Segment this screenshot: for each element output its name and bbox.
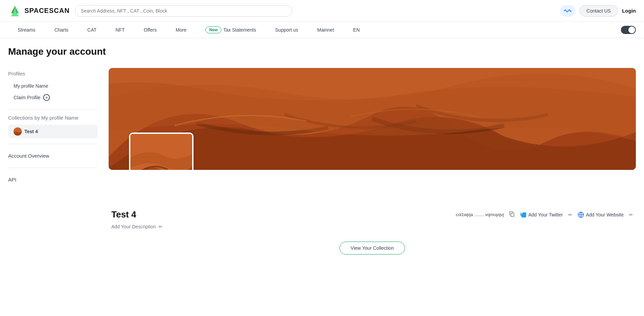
svg-point-3	[12, 10, 14, 12]
thumbnail-dunes	[130, 134, 194, 170]
nav-more[interactable]: More	[166, 22, 196, 38]
nav-charts[interactable]: Charts	[45, 22, 78, 38]
page-wrapper: SPACESCAN Contact US Login Streams Chart…	[0, 0, 644, 316]
active-collection-label: Test 4	[24, 129, 38, 134]
description-area[interactable]: Add Your Description ✏	[109, 220, 636, 233]
nav-streams[interactable]: Streams	[8, 22, 45, 38]
view-collection-btn-area: View Your Collection	[109, 233, 636, 257]
nav-lang[interactable]: EN	[344, 22, 369, 38]
collection-avatar	[14, 127, 22, 136]
new-badge: New	[205, 27, 221, 33]
nav-tax-statements[interactable]: New Tax Statements	[196, 22, 265, 38]
collection-header: Test 4 col1wjqa ........ vqmuyqvj	[109, 209, 636, 220]
header: SPACESCAN Contact US Login	[0, 0, 644, 22]
collection-meta: col1wjqa ........ vqmuyqvj Add Your	[456, 211, 633, 218]
nav-mainnet[interactable]: Mainnet	[308, 22, 344, 38]
dark-mode-toggle[interactable]	[621, 26, 636, 34]
edit-twitter-icon[interactable]: ✏	[568, 212, 572, 217]
add-website-label: Add Your Website	[586, 212, 624, 217]
sidebar-item-my-profile[interactable]: My profile Name	[8, 81, 98, 91]
add-website-link[interactable]: Add Your Website	[578, 212, 624, 218]
waves-icon	[564, 8, 571, 14]
collection-info: Test 4 col1wjqa ........ vqmuyqvj	[109, 204, 636, 263]
banner-container	[109, 68, 636, 170]
logo-icon	[8, 4, 22, 18]
sidebar-item-api[interactable]: API	[8, 173, 98, 186]
search-bar	[75, 5, 292, 17]
nav: Streams Charts CAT NFT Offers More New T…	[0, 22, 644, 38]
sidebar-item-claim-profile[interactable]: Claim Profile +	[8, 91, 98, 104]
header-right: Contact US Login	[560, 5, 636, 17]
sidebar: Profiles My profile Name Claim Profile +…	[8, 68, 103, 316]
main-container: Profiles My profile Name Claim Profile +…	[0, 57, 644, 316]
waves-button[interactable]	[560, 5, 575, 17]
toggle-knob	[628, 27, 635, 33]
collections-section-title: Collections by My profile Name	[8, 115, 98, 121]
add-description-label: Add Your Description	[111, 224, 156, 229]
view-collection-button[interactable]: View Your Collection	[339, 242, 405, 254]
collection-name: Test 4	[111, 209, 136, 220]
sidebar-item-account-overview[interactable]: Account Overview	[8, 150, 98, 162]
nav-cat[interactable]: CAT	[78, 22, 106, 38]
login-button[interactable]: Login	[622, 8, 636, 14]
sidebar-item-test4[interactable]: Test 4	[8, 125, 98, 138]
page-title: Manage your account	[8, 46, 636, 57]
search-input[interactable]	[75, 5, 292, 17]
edit-website-icon[interactable]: ✏	[629, 212, 633, 217]
my-profile-label: My profile Name	[14, 83, 48, 89]
nav-support[interactable]: Support us	[266, 22, 308, 38]
sidebar-divider-2	[8, 144, 98, 144]
add-profile-icon: +	[43, 94, 50, 101]
copy-address-icon[interactable]	[509, 211, 515, 218]
profiles-section-title: Profiles	[8, 71, 98, 76]
profile-thumbnail	[129, 133, 194, 170]
sidebar-divider-1	[8, 109, 98, 109]
add-twitter-link[interactable]: Add Your Twitter	[520, 212, 563, 217]
logo-text: SPACESCAN	[24, 7, 70, 15]
claim-profile-label: Claim Profile	[14, 95, 40, 100]
logo-area: SPACESCAN	[8, 4, 70, 18]
thumbnail-background	[130, 134, 192, 170]
contact-button[interactable]: Contact US	[579, 5, 618, 17]
edit-description-icon: ✏	[159, 224, 163, 229]
sidebar-divider-3	[8, 168, 98, 168]
twitter-icon	[520, 212, 526, 217]
svg-rect-7	[511, 213, 514, 216]
content-area: Test 4 col1wjqa ........ vqmuyqvj	[103, 68, 636, 316]
collection-address: col1wjqa ........ vqmuyqvj	[456, 212, 504, 217]
tax-label: Tax Statements	[223, 27, 256, 33]
nav-nft[interactable]: NFT	[106, 22, 134, 38]
add-twitter-label: Add Your Twitter	[528, 212, 563, 217]
globe-icon	[578, 212, 584, 218]
nav-offers[interactable]: Offers	[134, 22, 166, 38]
page-title-area: Manage your account	[0, 38, 644, 57]
